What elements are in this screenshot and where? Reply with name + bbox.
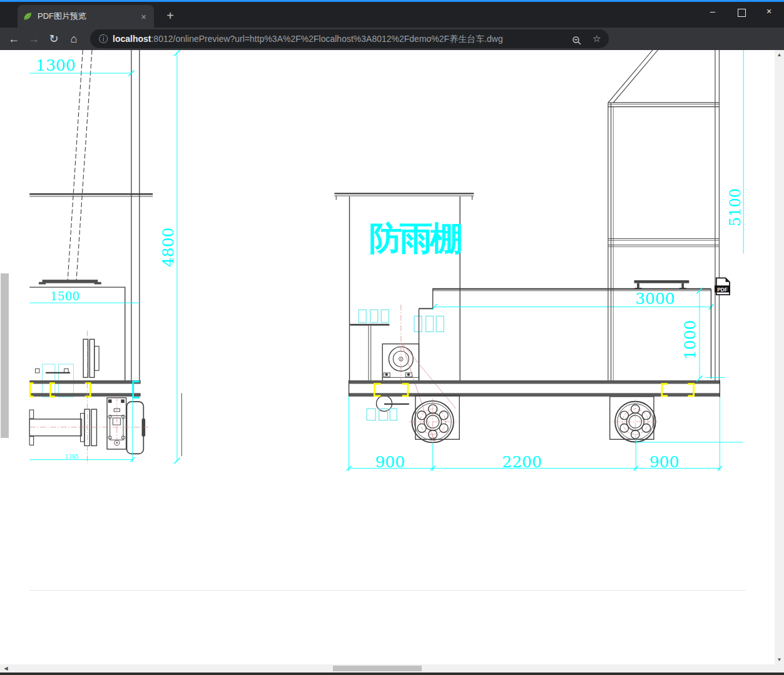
url-host: localhost bbox=[113, 34, 151, 44]
window-close-button[interactable]: × bbox=[760, 6, 778, 16]
dim-1500-label: 1500 bbox=[50, 290, 79, 303]
dim-900-front-label: 900 bbox=[375, 453, 405, 471]
scroll-up-icon[interactable]: ▲ bbox=[775, 52, 784, 58]
tab-close-icon[interactable]: × bbox=[138, 12, 149, 21]
home-icon[interactable]: ⌂ bbox=[65, 30, 83, 48]
reload-icon[interactable]: ↻ bbox=[45, 30, 63, 48]
pdf-download-icon[interactable]: PDF bbox=[715, 278, 730, 295]
forward-icon[interactable]: → bbox=[25, 30, 43, 48]
dim-5100-label: 5100 bbox=[726, 188, 744, 226]
spring-leaf-favicon bbox=[23, 11, 33, 21]
window-accent-border bbox=[0, 0, 784, 2]
horizontal-scrollbar[interactable]: ◀ bbox=[0, 664, 784, 672]
back-icon[interactable]: ← bbox=[5, 30, 23, 48]
url-path: :8012/onlinePreview?url=http%3A%2F%2Floc… bbox=[151, 34, 502, 44]
rain-shelter-annotation: 防雨棚 bbox=[369, 220, 463, 256]
dim-2200-label: 2200 bbox=[502, 453, 542, 471]
browser-toolbar: ← → ↻ ⌂ ⓘ localhost:8012/onlinePreview?u… bbox=[0, 28, 784, 50]
left-view: 1300 1500 4800 1385 bbox=[29, 50, 181, 464]
site-info-icon[interactable]: ⓘ bbox=[99, 29, 108, 48]
tab-title: PDF图片预览 bbox=[38, 11, 138, 22]
vertical-scroll-thumb[interactable] bbox=[1, 273, 9, 438]
horizontal-scroll-thumb[interactable] bbox=[333, 666, 422, 671]
dim-1385-label: 1385 bbox=[65, 454, 78, 460]
dim-3000-label: 3000 bbox=[635, 290, 675, 308]
scroll-down-icon[interactable]: ▼ bbox=[775, 657, 784, 662]
dim-1000-label: 1000 bbox=[681, 320, 699, 360]
preview-canvas: 1300 1500 4800 1385 防雨棚 bbox=[0, 50, 784, 664]
gantry-view: 1000 5100 bbox=[608, 50, 744, 382]
address-bar[interactable]: ⓘ localhost:8012/onlinePreview?url=http%… bbox=[90, 29, 609, 48]
dim-1300-label: 1300 bbox=[36, 56, 76, 74]
url-text: localhost:8012/onlinePreview?url=http%3A… bbox=[113, 29, 551, 48]
window-maximize-button[interactable] bbox=[738, 9, 746, 17]
pdf-badge-label: PDF bbox=[717, 287, 728, 293]
cad-drawing: 1300 1500 4800 1385 防雨棚 bbox=[0, 50, 784, 664]
scroll-left-icon[interactable]: ◀ bbox=[1, 666, 11, 671]
vertical-scrollbar[interactable]: ▲ ▼ bbox=[775, 50, 784, 664]
window-bottom-border bbox=[0, 672, 784, 675]
dim-900-rear-label: 900 bbox=[649, 453, 680, 471]
zoom-out-icon[interactable] bbox=[572, 33, 582, 52]
window-titlebar: PDF图片预览 × + – × bbox=[0, 0, 784, 28]
dim-4800-label: 4800 bbox=[159, 228, 177, 268]
bookmark-star-icon[interactable]: ☆ bbox=[593, 29, 601, 48]
browser-tab[interactable]: PDF图片预览 × bbox=[18, 5, 154, 28]
new-tab-button[interactable]: + bbox=[161, 8, 179, 24]
window-minimize-button[interactable]: – bbox=[703, 6, 722, 16]
